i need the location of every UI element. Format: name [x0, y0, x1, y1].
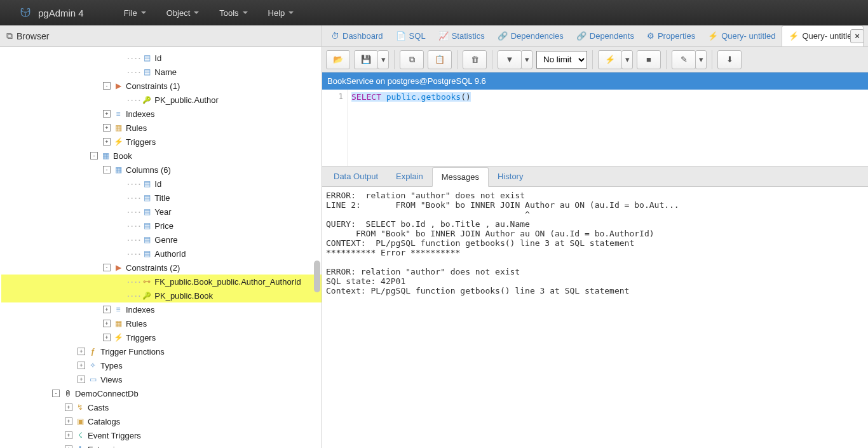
tree-node-label: Constraints (1) — [126, 81, 180, 91]
tab-statistics[interactable]: 📈Statistics — [432, 25, 491, 47]
browser-header: Browser — [0, 25, 322, 47]
expand-toggle[interactable]: - — [103, 82, 111, 90]
messages-output[interactable]: ERROR: relation "author" does not exist … — [322, 187, 868, 448]
output-tab-messages[interactable]: Messages — [432, 167, 489, 187]
output-tab-data-output[interactable]: Data Output — [325, 167, 387, 186]
expand-toggle[interactable]: + — [103, 124, 111, 132]
tab-dependencies[interactable]: 🔗Dependencies — [491, 25, 570, 47]
tab-properties[interactable]: ⚙Properties — [641, 25, 702, 47]
expand-toggle[interactable]: + — [103, 334, 111, 341]
tree-node[interactable]: +Triggers — [1, 330, 322, 344]
tree-node[interactable]: ····Title — [1, 191, 322, 205]
tree-node[interactable]: +Casts — [1, 400, 322, 414]
tab-dependents[interactable]: 🔗Dependents — [570, 25, 641, 47]
menu-object[interactable]: Object — [161, 8, 205, 18]
tree-node[interactable]: +Indexes — [1, 302, 322, 316]
tree-node[interactable]: -Constraints (1) — [1, 79, 322, 93]
tab-dashboard[interactable]: ⏱Dashboard — [325, 25, 390, 47]
tree-node[interactable]: +Indexes — [1, 107, 322, 121]
output-tab-history[interactable]: History — [489, 167, 532, 186]
save-dropdown[interactable]: ▾ — [377, 50, 389, 69]
connection-bar: BookService on postgres@PostgreSQL 9.6 — [322, 72, 868, 90]
tree-node[interactable]: ····Price — [1, 219, 322, 233]
tree-node[interactable]: -Columns (6) — [1, 163, 322, 177]
tree-node-label: Triggers — [126, 333, 156, 343]
tree-node[interactable]: +Rules — [1, 316, 322, 330]
expand-toggle[interactable]: + — [78, 362, 85, 369]
expand-toggle[interactable]: + — [65, 417, 72, 425]
expand-toggle[interactable]: + — [65, 431, 72, 439]
sql-editor[interactable]: 1 SELECT public.getbooks() — [322, 90, 868, 166]
paste-button[interactable]: 📋 — [428, 50, 452, 69]
tree-node[interactable]: ····PK_public.Author — [1, 93, 322, 107]
tree-node[interactable]: ····Genre — [1, 233, 322, 247]
tree-node-label: Event Triggers — [88, 431, 141, 440]
copy-button[interactable]: ⧉ — [400, 50, 424, 69]
tree-node-label: Book — [113, 151, 132, 161]
panel-tabs: ⏱Dashboard📄SQL📈Statistics🔗Dependencies🔗D… — [322, 25, 868, 47]
tree-node[interactable]: -Constraints (2) — [1, 261, 322, 275]
tree-scrollbar[interactable] — [314, 261, 320, 292]
tree-node[interactable]: ····FK_public.Book_public.Author_AuthorI… — [1, 275, 322, 288]
download-button[interactable]: ⬇ — [717, 50, 742, 69]
open-file-button[interactable]: 📂 — [326, 50, 350, 69]
row-limit-select[interactable]: No limit — [536, 51, 587, 69]
edit-dropdown[interactable]: ▾ — [695, 50, 707, 69]
expand-toggle[interactable]: + — [103, 306, 111, 313]
clear-button[interactable]: 🗑 — [463, 50, 487, 69]
evt-icon — [75, 430, 85, 440]
tree-node[interactable]: ····Id — [1, 51, 322, 65]
code-area[interactable]: SELECT public.getbooks() — [348, 90, 868, 166]
tree-node[interactable]: ····AuthorId — [1, 247, 322, 261]
tree-node[interactable]: +Views — [1, 372, 322, 386]
expand-toggle[interactable]: + — [78, 376, 85, 383]
tree-node[interactable]: +Catalogs — [1, 414, 322, 428]
execute-dropdown[interactable]: ▾ — [621, 50, 633, 69]
tree-node-label: Views — [100, 375, 122, 384]
tree-node[interactable]: +Event Triggers — [1, 428, 322, 442]
execute-button[interactable]: ⚡ — [598, 50, 622, 69]
tree-node[interactable]: +Rules — [1, 121, 322, 135]
tree-node[interactable]: +Triggers — [1, 135, 322, 149]
expand-toggle[interactable]: + — [65, 445, 72, 448]
tree-node[interactable]: ····Year — [1, 205, 322, 219]
tree-node[interactable]: ····Name — [1, 65, 322, 79]
rule-icon — [113, 318, 123, 329]
tree-node[interactable]: -DemoConnectDb — [1, 386, 322, 400]
tree-node[interactable]: -Book — [1, 149, 322, 163]
key-icon — [142, 290, 152, 301]
edit-button[interactable]: ✎ — [672, 50, 696, 69]
tab-query-untitled[interactable]: ⚡Query- untitled — [702, 25, 782, 47]
tree-node[interactable]: ····PK_public.Book — [1, 288, 322, 302]
menu-file[interactable]: File — [119, 8, 151, 18]
tab-sql[interactable]: 📄SQL — [390, 25, 432, 47]
expand-toggle[interactable]: - — [52, 390, 60, 397]
tree-node[interactable]: +Trigger Functions — [1, 344, 322, 358]
expand-toggle[interactable]: + — [65, 404, 72, 411]
tree-node[interactable]: ····Id — [1, 177, 322, 191]
main-panel: ⏱Dashboard📄SQL📈Statistics🔗Dependencies🔗D… — [322, 25, 868, 448]
col-icon — [142, 234, 152, 245]
idx-icon — [113, 304, 123, 315]
expand-toggle[interactable]: + — [78, 348, 85, 355]
expand-toggle[interactable]: - — [103, 264, 111, 271]
output-tab-explain[interactable]: Explain — [387, 167, 432, 186]
object-tree[interactable]: ····Id····Name-Constraints (1)····PK_pub… — [0, 47, 322, 448]
menu-help[interactable]: Help — [263, 8, 299, 18]
close-tab-button[interactable]: × — [850, 29, 864, 43]
tree-node-label: Indexes — [126, 305, 155, 315]
save-button[interactable]: 💾 — [354, 50, 378, 69]
tab-icon: ⚙ — [647, 31, 654, 41]
filter-dropdown[interactable]: ▾ — [521, 50, 532, 69]
menu-tools[interactable]: Tools — [214, 8, 252, 18]
colgrp-icon — [113, 165, 123, 175]
filter-button[interactable]: ▼ — [498, 50, 522, 69]
tree-node[interactable]: +Extensions — [1, 442, 322, 448]
expand-toggle[interactable]: + — [103, 320, 111, 327]
stop-button[interactable]: ■ — [637, 50, 661, 69]
expand-toggle[interactable]: - — [103, 166, 111, 173]
expand-toggle[interactable]: + — [103, 110, 111, 118]
expand-toggle[interactable]: - — [90, 152, 98, 160]
tree-node[interactable]: +Types — [1, 358, 322, 372]
expand-toggle[interactable]: + — [103, 138, 111, 146]
